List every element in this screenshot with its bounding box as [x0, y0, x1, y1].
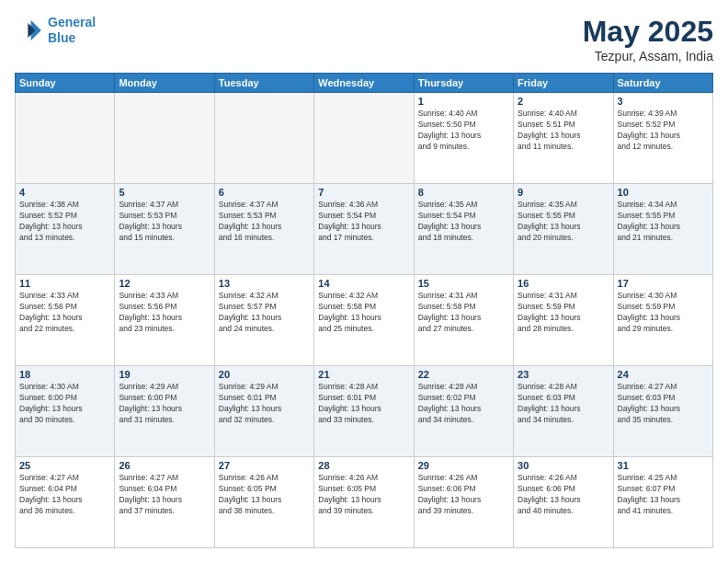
weekday-header: Sunday: [16, 74, 115, 93]
calendar-week-row: 11Sunrise: 4:33 AM Sunset: 5:56 PM Dayli…: [16, 275, 713, 366]
day-number: 1: [418, 96, 509, 107]
calendar-cell: 9Sunrise: 4:35 AM Sunset: 5:55 PM Daylig…: [514, 184, 613, 275]
day-number: 21: [318, 369, 409, 380]
day-number: 12: [119, 278, 210, 289]
calendar-cell: 10Sunrise: 4:34 AM Sunset: 5:55 PM Dayli…: [613, 184, 712, 275]
day-number: 29: [418, 460, 509, 471]
day-number: 18: [19, 369, 110, 380]
day-number: 22: [418, 369, 509, 380]
day-info: Sunrise: 4:26 AM Sunset: 6:05 PM Dayligh…: [318, 473, 409, 517]
calendar-cell: 31Sunrise: 4:25 AM Sunset: 6:07 PM Dayli…: [613, 457, 712, 548]
day-number: 17: [618, 278, 709, 289]
day-info: Sunrise: 4:38 AM Sunset: 5:52 PM Dayligh…: [19, 200, 110, 244]
day-info: Sunrise: 4:35 AM Sunset: 5:55 PM Dayligh…: [518, 200, 609, 244]
day-number: 3: [618, 96, 709, 107]
calendar-cell: 22Sunrise: 4:28 AM Sunset: 6:02 PM Dayli…: [414, 366, 513, 457]
day-info: Sunrise: 4:30 AM Sunset: 5:59 PM Dayligh…: [618, 291, 709, 335]
calendar-cell: 14Sunrise: 4:32 AM Sunset: 5:58 PM Dayli…: [314, 275, 414, 366]
calendar-cell: 28Sunrise: 4:26 AM Sunset: 6:05 PM Dayli…: [314, 457, 414, 548]
logo: General Blue: [15, 15, 96, 46]
day-info: Sunrise: 4:26 AM Sunset: 6:06 PM Dayligh…: [418, 473, 509, 517]
day-info: Sunrise: 4:33 AM Sunset: 5:56 PM Dayligh…: [119, 291, 210, 335]
day-number: 26: [119, 460, 210, 471]
day-number: 19: [119, 369, 210, 380]
day-info: Sunrise: 4:40 AM Sunset: 5:50 PM Dayligh…: [418, 109, 509, 153]
day-info: Sunrise: 4:27 AM Sunset: 6:03 PM Dayligh…: [618, 382, 709, 426]
day-info: Sunrise: 4:28 AM Sunset: 6:02 PM Dayligh…: [418, 382, 509, 426]
calendar-cell: 15Sunrise: 4:31 AM Sunset: 5:58 PM Dayli…: [414, 275, 513, 366]
calendar-cell: 4Sunrise: 4:38 AM Sunset: 5:52 PM Daylig…: [16, 184, 115, 275]
calendar-cell: 25Sunrise: 4:27 AM Sunset: 6:04 PM Dayli…: [16, 457, 115, 548]
day-number: 10: [618, 187, 709, 198]
weekday-row: SundayMondayTuesdayWednesdayThursdayFrid…: [16, 74, 713, 93]
day-number: 14: [318, 278, 409, 289]
calendar-header: SundayMondayTuesdayWednesdayThursdayFrid…: [16, 74, 713, 93]
weekday-header: Tuesday: [214, 74, 313, 93]
day-number: 13: [219, 278, 310, 289]
day-info: Sunrise: 4:30 AM Sunset: 6:00 PM Dayligh…: [19, 382, 110, 426]
page: General Blue May 2025 Tezpur, Assam, Ind…: [0, 0, 728, 563]
day-info: Sunrise: 4:36 AM Sunset: 5:54 PM Dayligh…: [318, 200, 409, 244]
title-block: May 2025 Tezpur, Assam, India: [583, 15, 713, 63]
calendar-cell: 1Sunrise: 4:40 AM Sunset: 5:50 PM Daylig…: [414, 93, 513, 184]
logo-line2: Blue: [48, 30, 75, 45]
day-number: 31: [618, 460, 709, 471]
calendar-cell: 17Sunrise: 4:30 AM Sunset: 5:59 PM Dayli…: [613, 275, 712, 366]
header: General Blue May 2025 Tezpur, Assam, Ind…: [15, 15, 713, 63]
calendar-cell: 19Sunrise: 4:29 AM Sunset: 6:00 PM Dayli…: [115, 366, 214, 457]
calendar-cell: 16Sunrise: 4:31 AM Sunset: 5:59 PM Dayli…: [514, 275, 613, 366]
day-info: Sunrise: 4:33 AM Sunset: 5:56 PM Dayligh…: [19, 291, 110, 335]
day-number: 5: [119, 187, 210, 198]
weekday-header: Friday: [514, 74, 613, 93]
calendar-cell: 29Sunrise: 4:26 AM Sunset: 6:06 PM Dayli…: [414, 457, 513, 548]
weekday-header: Monday: [115, 74, 214, 93]
day-info: Sunrise: 4:37 AM Sunset: 5:53 PM Dayligh…: [119, 200, 210, 244]
weekday-header: Thursday: [414, 74, 513, 93]
day-number: 24: [618, 369, 709, 380]
day-info: Sunrise: 4:25 AM Sunset: 6:07 PM Dayligh…: [618, 473, 709, 517]
day-number: 4: [19, 187, 110, 198]
calendar-cell: 2Sunrise: 4:40 AM Sunset: 5:51 PM Daylig…: [514, 93, 613, 184]
calendar-cell: 5Sunrise: 4:37 AM Sunset: 5:53 PM Daylig…: [115, 184, 214, 275]
day-number: 23: [518, 369, 609, 380]
calendar-week-row: 1Sunrise: 4:40 AM Sunset: 5:50 PM Daylig…: [16, 93, 713, 184]
day-info: Sunrise: 4:27 AM Sunset: 6:04 PM Dayligh…: [19, 473, 110, 517]
day-info: Sunrise: 4:26 AM Sunset: 6:06 PM Dayligh…: [518, 473, 609, 517]
day-info: Sunrise: 4:32 AM Sunset: 5:58 PM Dayligh…: [318, 291, 409, 335]
day-number: 11: [19, 278, 110, 289]
day-info: Sunrise: 4:29 AM Sunset: 6:01 PM Dayligh…: [219, 382, 310, 426]
day-number: 27: [219, 460, 310, 471]
calendar-cell: 8Sunrise: 4:35 AM Sunset: 5:54 PM Daylig…: [414, 184, 513, 275]
calendar-cell: 18Sunrise: 4:30 AM Sunset: 6:00 PM Dayli…: [16, 366, 115, 457]
month-title: May 2025: [583, 15, 713, 49]
day-info: Sunrise: 4:40 AM Sunset: 5:51 PM Dayligh…: [518, 109, 609, 153]
calendar-cell: 24Sunrise: 4:27 AM Sunset: 6:03 PM Dayli…: [613, 366, 712, 457]
day-number: 2: [518, 96, 609, 107]
day-info: Sunrise: 4:27 AM Sunset: 6:04 PM Dayligh…: [119, 473, 210, 517]
calendar-cell: 7Sunrise: 4:36 AM Sunset: 5:54 PM Daylig…: [314, 184, 414, 275]
calendar-cell: [214, 93, 313, 184]
day-number: 25: [19, 460, 110, 471]
logo-icon: [15, 16, 44, 45]
day-info: Sunrise: 4:37 AM Sunset: 5:53 PM Dayligh…: [219, 200, 310, 244]
calendar-week-row: 18Sunrise: 4:30 AM Sunset: 6:00 PM Dayli…: [16, 366, 713, 457]
calendar-cell: 23Sunrise: 4:28 AM Sunset: 6:03 PM Dayli…: [514, 366, 613, 457]
day-info: Sunrise: 4:34 AM Sunset: 5:55 PM Dayligh…: [618, 200, 709, 244]
calendar-cell: 13Sunrise: 4:32 AM Sunset: 5:57 PM Dayli…: [214, 275, 313, 366]
day-info: Sunrise: 4:35 AM Sunset: 5:54 PM Dayligh…: [418, 200, 509, 244]
day-number: 30: [518, 460, 609, 471]
calendar-week-row: 4Sunrise: 4:38 AM Sunset: 5:52 PM Daylig…: [16, 184, 713, 275]
weekday-header: Wednesday: [314, 74, 414, 93]
logo-text: General Blue: [48, 15, 96, 46]
calendar-body: 1Sunrise: 4:40 AM Sunset: 5:50 PM Daylig…: [16, 93, 713, 548]
calendar-cell: [314, 93, 414, 184]
day-number: 8: [418, 187, 509, 198]
day-info: Sunrise: 4:28 AM Sunset: 6:01 PM Dayligh…: [318, 382, 409, 426]
day-number: 6: [219, 187, 310, 198]
day-number: 28: [318, 460, 409, 471]
calendar-cell: 6Sunrise: 4:37 AM Sunset: 5:53 PM Daylig…: [214, 184, 313, 275]
subtitle: Tezpur, Assam, India: [583, 49, 713, 63]
calendar-cell: 12Sunrise: 4:33 AM Sunset: 5:56 PM Dayli…: [115, 275, 214, 366]
day-number: 7: [318, 187, 409, 198]
day-number: 9: [518, 187, 609, 198]
